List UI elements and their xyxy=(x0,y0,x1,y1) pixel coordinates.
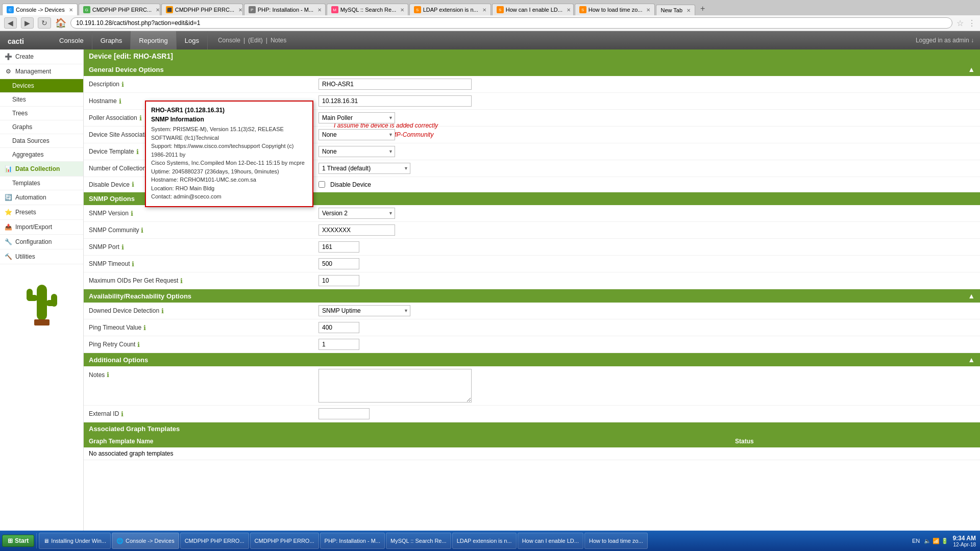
tab-close[interactable]: ✕ xyxy=(317,7,322,13)
snmp-timeout-input[interactable] xyxy=(318,258,359,269)
sidebar-automation-label: Automation xyxy=(15,194,46,201)
sidebar-item-templates[interactable]: Templates xyxy=(0,177,83,190)
breadcrumb-console[interactable]: Console xyxy=(218,37,240,44)
tab-mysql[interactable]: M MySQL :: Search Re... ✕ xyxy=(327,4,408,15)
snmp-timeout-row: SNMP Timeout ℹ xyxy=(84,256,980,272)
ping-timeout-input[interactable] xyxy=(318,322,359,333)
nav-reporting[interactable]: Reporting xyxy=(131,31,176,49)
external-id-input[interactable] xyxy=(318,408,370,419)
taskbar-item-install[interactable]: 🖥 Installing Under Win... xyxy=(39,533,111,545)
snmp-port-info[interactable]: ℹ xyxy=(121,243,124,251)
sidebar-item-import-export[interactable]: 📤 Import/Export xyxy=(0,220,83,235)
notes-info[interactable]: ℹ xyxy=(107,371,109,379)
sidebar-item-aggregates[interactable]: Aggregates xyxy=(0,148,83,162)
sidebar-item-create[interactable]: ➕ Create xyxy=(0,49,83,64)
tab-close[interactable]: ✕ xyxy=(567,7,571,13)
description-info-icon[interactable]: ℹ xyxy=(121,81,124,88)
snmp-community-input[interactable] xyxy=(318,224,395,236)
sidebar-item-management[interactable]: ⚙ Management xyxy=(0,64,83,79)
new-tab-button[interactable]: + xyxy=(696,2,709,15)
taskbar-item-console[interactable]: 🌐 Console -> Devices xyxy=(112,533,179,545)
poller-info-icon[interactable]: ℹ xyxy=(139,114,142,122)
notes-label: Notes ℹ xyxy=(89,369,318,379)
taskbar-item-cmdphp2[interactable]: CMDPHP PHP ERRO... xyxy=(250,533,319,545)
tab-close[interactable]: ✕ xyxy=(400,7,404,13)
tab-label: MySQL :: Search Re... xyxy=(340,7,397,13)
template-select[interactable]: None xyxy=(318,146,395,157)
ping-retry-input[interactable] xyxy=(318,339,359,350)
description-input[interactable] xyxy=(318,79,472,90)
sidebar-item-data-collection[interactable]: 📊 Data Collection xyxy=(0,162,83,177)
tab-ldap2[interactable]: S How can I enable LD... ✕ xyxy=(492,4,574,15)
tab-devices[interactable]: C Console -> Devices ✕ xyxy=(2,4,78,15)
forward-button[interactable]: ▶ xyxy=(21,17,34,29)
graph-templates-section-header[interactable]: Associated Graph Templates xyxy=(84,422,980,435)
taskbar-item-mysql[interactable]: MySQL :: Search Re... xyxy=(386,533,451,545)
disable-info-icon[interactable]: ℹ xyxy=(132,181,134,188)
max-oids-info[interactable]: ℹ xyxy=(180,277,183,285)
snmp-version-select[interactable]: Version 2 xyxy=(318,208,395,219)
taskbar-item-ldap2[interactable]: How can I enable LD... xyxy=(518,533,583,545)
nav-console[interactable]: Console xyxy=(51,31,92,49)
detection-info[interactable]: ℹ xyxy=(161,307,164,315)
tab-cmdphp1[interactable]: G CMDPHP PHP ERRC... ✕ xyxy=(79,4,160,15)
tab-close[interactable]: ✕ xyxy=(482,7,486,13)
external-id-info[interactable]: ℹ xyxy=(121,410,124,418)
tab-close[interactable]: ✕ xyxy=(238,7,242,13)
tab-close[interactable]: ✕ xyxy=(646,7,650,13)
hostname-input[interactable] xyxy=(318,95,472,107)
site-select-wrapper: None xyxy=(318,129,395,140)
availability-section-header[interactable]: Availability/Reachability Options ▲ xyxy=(84,289,980,303)
start-label: Start xyxy=(15,537,29,544)
sidebar-item-graphs[interactable]: Graphs xyxy=(0,120,83,134)
sidebar-item-devices[interactable]: Devices xyxy=(0,79,83,93)
max-oids-input[interactable] xyxy=(318,275,359,286)
tab-close[interactable]: ✕ xyxy=(156,7,160,13)
tab-label: Console -> Devices xyxy=(16,7,65,13)
graph-templates-label: Associated Graph Templates xyxy=(89,425,180,433)
taskbar-item-php[interactable]: PHP: Installation - M... xyxy=(320,533,385,545)
reload-button[interactable]: ↻ xyxy=(38,17,51,29)
taskbar-item-timezone[interactable]: How to load time zo... xyxy=(584,533,648,545)
tab-cmdphp2[interactable]: ⬛ CMDPHP PHP ERRC... ✕ xyxy=(161,4,243,15)
sidebar-item-presets[interactable]: ⭐ Presets xyxy=(0,205,83,220)
tab-ldap[interactable]: S LDAP extension is n... ✕ xyxy=(409,4,491,15)
tab-timezone[interactable]: S How to load time zo... ✕ xyxy=(575,4,655,15)
nav-logs[interactable]: Logs xyxy=(177,31,208,49)
url-bar[interactable] xyxy=(70,17,952,29)
nav-graphs[interactable]: Graphs xyxy=(92,31,131,49)
disable-checkbox-label[interactable]: Disable Device xyxy=(318,181,371,188)
sidebar-item-sites[interactable]: Sites xyxy=(0,93,83,107)
tab-close[interactable]: ✕ xyxy=(69,7,73,13)
tab-php[interactable]: P PHP: Installation - M... ✕ xyxy=(244,4,326,15)
snmp-port-input[interactable] xyxy=(318,241,359,253)
threads-select[interactable]: 1 Thread (default) xyxy=(318,163,410,174)
snmp-version-info[interactable]: ℹ xyxy=(131,210,133,217)
ping-timeout-info[interactable]: ℹ xyxy=(143,324,146,332)
sidebar-item-data-sources[interactable]: Data Sources xyxy=(0,134,83,148)
start-button[interactable]: ⊞ Start xyxy=(2,535,34,545)
template-info-icon[interactable]: ℹ xyxy=(136,148,139,156)
sidebar-item-configuration[interactable]: 🔧 Configuration xyxy=(0,235,83,249)
taskbar-item-cmdphp1[interactable]: CMDPHP PHP ERRO... xyxy=(180,533,249,545)
hostname-info-icon[interactable]: ℹ xyxy=(119,97,121,105)
sidebar-item-trees[interactable]: Trees xyxy=(0,107,83,120)
taskbar-locale: EN xyxy=(912,538,920,544)
tab-close[interactable]: ✕ xyxy=(687,8,691,13)
general-section-header[interactable]: General Device Options ▲ xyxy=(84,63,980,76)
site-select[interactable]: None xyxy=(318,129,395,140)
poller-select[interactable]: Main Poller xyxy=(318,112,395,123)
sidebar-item-automation[interactable]: 🔄 Automation xyxy=(0,190,83,205)
availability-section-label: Availability/Reachability Options xyxy=(89,292,191,300)
snmp-timeout-info[interactable]: ℹ xyxy=(132,260,134,268)
back-button[interactable]: ◀ xyxy=(4,17,17,29)
snmp-community-info[interactable]: ℹ xyxy=(141,227,143,234)
ping-retry-info[interactable]: ℹ xyxy=(137,341,140,348)
sidebar-item-utilities[interactable]: 🔨 Utilities xyxy=(0,249,83,264)
notes-textarea[interactable] xyxy=(318,369,472,403)
tab-newtab[interactable]: New Tab ✕ xyxy=(656,5,695,15)
disable-checkbox[interactable] xyxy=(318,181,325,188)
taskbar-item-ldap[interactable]: LDAP extension is n... xyxy=(452,533,517,545)
additional-section-header[interactable]: Additional Options ▲ xyxy=(84,353,980,366)
detection-select[interactable]: SNMP Uptime xyxy=(318,305,410,316)
